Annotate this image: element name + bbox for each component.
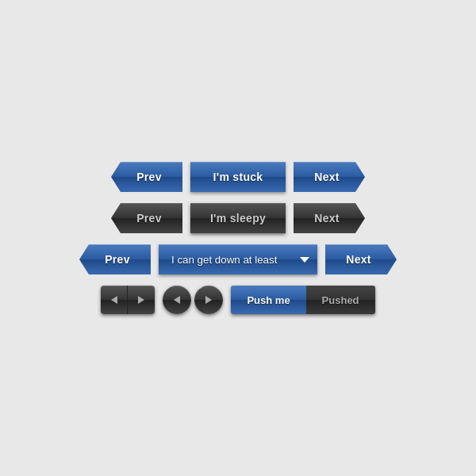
- row-1: Prev I'm stuck Next: [111, 162, 365, 192]
- media-square-pair: [101, 286, 155, 314]
- row2-mid-button[interactable]: I'm sleepy: [190, 203, 286, 233]
- next-arrow-icon: [138, 296, 144, 304]
- push-toggle: Push me Pushed: [231, 286, 374, 314]
- row2-next-button[interactable]: Next: [294, 203, 365, 233]
- dropdown-label: I can get down at least: [171, 254, 277, 266]
- media-prev-round-button[interactable]: [163, 286, 191, 314]
- row-3: Prev I can get down at least Next: [79, 244, 397, 274]
- row-4: Push me Pushed: [101, 286, 374, 314]
- push-me-button[interactable]: Push me: [231, 286, 305, 314]
- row1-prev-button[interactable]: Prev: [111, 162, 182, 192]
- dropdown-arrow-icon: [300, 257, 309, 263]
- row-2: Prev I'm sleepy Next: [111, 203, 365, 233]
- media-prev-square-button[interactable]: [101, 286, 128, 314]
- row1-mid-button[interactable]: I'm stuck: [190, 162, 286, 192]
- media-next-round-button[interactable]: [194, 286, 223, 314]
- row2-prev-button[interactable]: Prev: [111, 203, 182, 233]
- next-round-arrow-icon: [205, 296, 212, 304]
- main-container: Prev I'm stuck Next Prev I'm sleepy Next…: [79, 162, 397, 314]
- prev-arrow-icon: [111, 296, 117, 304]
- row3-dropdown-button[interactable]: I can get down at least: [159, 244, 317, 274]
- prev-round-arrow-icon: [174, 296, 180, 304]
- pushed-button[interactable]: Pushed: [306, 286, 375, 314]
- row3-prev-button[interactable]: Prev: [79, 244, 151, 274]
- row1-next-button[interactable]: Next: [294, 162, 365, 192]
- media-next-square-button[interactable]: [128, 286, 155, 314]
- media-round-pair: [163, 286, 223, 314]
- row3-next-button[interactable]: Next: [325, 244, 397, 274]
